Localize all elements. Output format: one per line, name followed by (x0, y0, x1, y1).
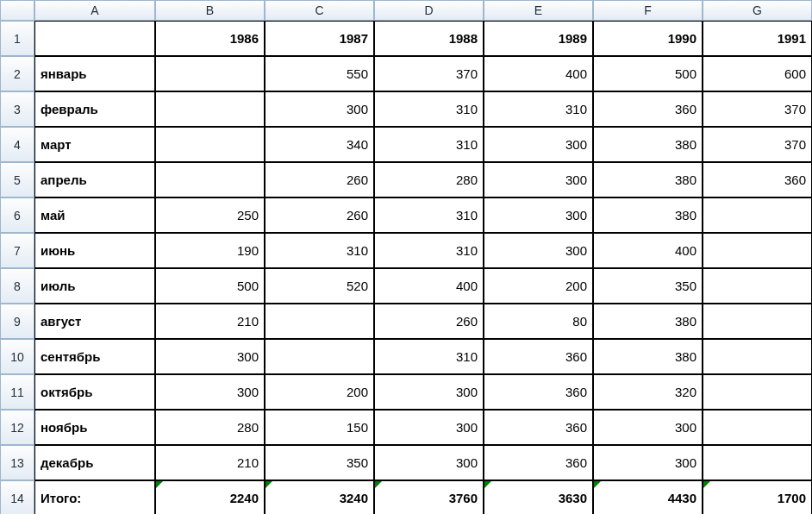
cell-G10[interactable] (703, 339, 812, 374)
cell-F4[interactable]: 380 (593, 127, 703, 162)
cell-A13[interactable]: декабрь (34, 445, 155, 480)
cell-G7[interactable] (703, 233, 812, 268)
cell-A11[interactable]: октябрь (34, 374, 155, 410)
cell-A6[interactable]: май (34, 197, 155, 233)
cell-C3[interactable]: 300 (265, 91, 374, 127)
cell-B6[interactable]: 250 (155, 197, 265, 233)
cell-G11[interactable] (703, 374, 812, 410)
cell-E7[interactable]: 300 (484, 233, 593, 268)
cell-A14[interactable]: Итого: (34, 480, 155, 514)
cell-F9[interactable]: 380 (593, 304, 703, 339)
cell-A3[interactable]: февраль (34, 91, 155, 127)
cell-B12[interactable]: 280 (155, 410, 265, 445)
cell-F5[interactable]: 380 (593, 162, 703, 197)
cell-D12[interactable]: 300 (374, 410, 484, 445)
cell-G14[interactable]: 1700 (703, 480, 812, 514)
cell-E14[interactable]: 3630 (484, 480, 593, 514)
cell-C6[interactable]: 260 (265, 197, 374, 233)
col-header-D[interactable]: D (374, 0, 484, 21)
cell-C4[interactable]: 340 (265, 127, 374, 162)
cell-G2[interactable]: 600 (703, 56, 812, 91)
cell-D10[interactable]: 310 (374, 339, 484, 374)
cell-D14[interactable]: 3760 (374, 480, 484, 514)
cell-F7[interactable]: 400 (593, 233, 703, 268)
col-header-F[interactable]: F (593, 0, 703, 21)
cell-F8[interactable]: 350 (593, 268, 703, 304)
cell-G4[interactable]: 370 (703, 127, 812, 162)
cell-A4[interactable]: март (34, 127, 155, 162)
cell-B11[interactable]: 300 (155, 374, 265, 410)
cell-C1[interactable]: 1987 (265, 21, 374, 56)
cell-G9[interactable] (703, 304, 812, 339)
cell-E4[interactable]: 300 (484, 127, 593, 162)
cell-C10[interactable] (265, 339, 374, 374)
row-header-3[interactable]: 3 (0, 91, 34, 127)
cell-D2[interactable]: 370 (374, 56, 484, 91)
cell-F3[interactable]: 360 (593, 91, 703, 127)
cell-C5[interactable]: 260 (265, 162, 374, 197)
row-header-1[interactable]: 1 (0, 21, 34, 56)
col-header-E[interactable]: E (484, 0, 593, 21)
cell-G6[interactable] (703, 197, 812, 233)
row-header-2[interactable]: 2 (0, 56, 34, 91)
col-header-G[interactable]: G (703, 0, 812, 21)
cell-E12[interactable]: 360 (484, 410, 593, 445)
row-header-5[interactable]: 5 (0, 162, 34, 197)
cell-C14[interactable]: 3240 (265, 480, 374, 514)
cell-F13[interactable]: 300 (593, 445, 703, 480)
cell-C12[interactable]: 150 (265, 410, 374, 445)
cell-F11[interactable]: 320 (593, 374, 703, 410)
cell-C2[interactable]: 550 (265, 56, 374, 91)
row-header-4[interactable]: 4 (0, 127, 34, 162)
cell-F2[interactable]: 500 (593, 56, 703, 91)
cell-D8[interactable]: 400 (374, 268, 484, 304)
cell-E6[interactable]: 300 (484, 197, 593, 233)
cell-B9[interactable]: 210 (155, 304, 265, 339)
cell-A1[interactable] (34, 21, 155, 56)
cell-A9[interactable]: август (34, 304, 155, 339)
cell-A7[interactable]: июнь (34, 233, 155, 268)
cell-A12[interactable]: ноябрь (34, 410, 155, 445)
cell-C8[interactable]: 520 (265, 268, 374, 304)
cell-D7[interactable]: 310 (374, 233, 484, 268)
row-header-9[interactable]: 9 (0, 304, 34, 339)
cell-B14[interactable]: 2240 (155, 480, 265, 514)
row-header-13[interactable]: 13 (0, 445, 34, 480)
cell-G3[interactable]: 370 (703, 91, 812, 127)
cell-D4[interactable]: 310 (374, 127, 484, 162)
cell-B10[interactable]: 300 (155, 339, 265, 374)
cell-C7[interactable]: 310 (265, 233, 374, 268)
cell-G8[interactable] (703, 268, 812, 304)
cell-E5[interactable]: 300 (484, 162, 593, 197)
cell-B1[interactable]: 1986 (155, 21, 265, 56)
cell-G12[interactable] (703, 410, 812, 445)
row-header-7[interactable]: 7 (0, 233, 34, 268)
cell-F1[interactable]: 1990 (593, 21, 703, 56)
cell-E3[interactable]: 310 (484, 91, 593, 127)
cell-E13[interactable]: 360 (484, 445, 593, 480)
cell-G1[interactable]: 1991 (703, 21, 812, 56)
cell-F14[interactable]: 4430 (593, 480, 703, 514)
cell-D1[interactable]: 1988 (374, 21, 484, 56)
cell-F10[interactable]: 380 (593, 339, 703, 374)
cell-C9[interactable] (265, 304, 374, 339)
row-header-11[interactable]: 11 (0, 374, 34, 410)
cell-C11[interactable]: 200 (265, 374, 374, 410)
cell-E10[interactable]: 360 (484, 339, 593, 374)
cell-F6[interactable]: 380 (593, 197, 703, 233)
col-header-A[interactable]: A (34, 0, 155, 21)
cell-B3[interactable] (155, 91, 265, 127)
cell-D11[interactable]: 300 (374, 374, 484, 410)
cell-D13[interactable]: 300 (374, 445, 484, 480)
cell-D6[interactable]: 310 (374, 197, 484, 233)
col-header-C[interactable]: C (265, 0, 374, 21)
cell-E9[interactable]: 80 (484, 304, 593, 339)
cell-A2[interactable]: январь (34, 56, 155, 91)
cell-B7[interactable]: 190 (155, 233, 265, 268)
cell-E8[interactable]: 200 (484, 268, 593, 304)
cell-E2[interactable]: 400 (484, 56, 593, 91)
cell-F12[interactable]: 300 (593, 410, 703, 445)
col-header-B[interactable]: B (155, 0, 265, 21)
cell-B8[interactable]: 500 (155, 268, 265, 304)
cell-D3[interactable]: 310 (374, 91, 484, 127)
